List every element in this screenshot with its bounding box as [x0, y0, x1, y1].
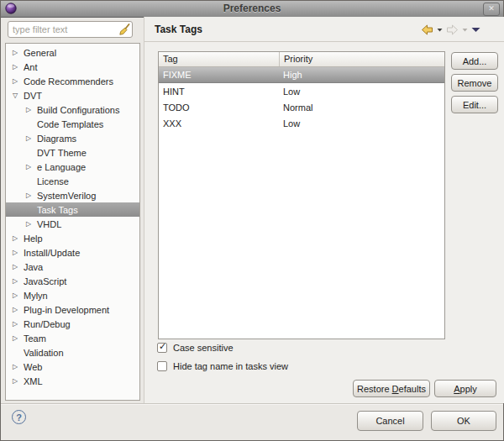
- filter-input[interactable]: [8, 21, 133, 38]
- tree-item-label: XML: [24, 376, 43, 386]
- checkbox-label: Case sensitive: [173, 343, 234, 353]
- tree-item-javascript[interactable]: ▷JavaScript: [6, 274, 139, 288]
- tree-item-code-templates[interactable]: Code Templates: [6, 117, 139, 131]
- expander-collapsed-icon[interactable]: ▷: [13, 45, 24, 60]
- expander-collapsed-icon[interactable]: ▷: [13, 260, 24, 274]
- tree-item-label: Diagrams: [37, 134, 76, 144]
- tree-item-vhdl[interactable]: ▷VHDL: [6, 217, 139, 231]
- remove-button[interactable]: Remove: [451, 74, 498, 92]
- checkmark-icon: ✓: [159, 341, 166, 352]
- cell-priority: Low: [279, 87, 444, 97]
- tree-item-run-debug[interactable]: ▷Run/Debug: [6, 317, 139, 331]
- tree-item-mylyn[interactable]: ▷Mylyn: [6, 288, 139, 302]
- expander-collapsed-icon[interactable]: ▷: [13, 274, 24, 288]
- forward-history-dropdown-icon[interactable]: [462, 28, 468, 32]
- case-sensitive-checkbox[interactable]: ✓: [157, 343, 167, 353]
- tree-item-diagrams[interactable]: ▷Diagrams: [6, 131, 139, 145]
- tree-item-label: DVT: [24, 91, 42, 101]
- tree-item-e-language[interactable]: ▷e Language: [6, 160, 139, 174]
- tree-item-web[interactable]: ▷Web: [6, 360, 139, 374]
- expander-collapsed-icon[interactable]: ▷: [13, 288, 24, 302]
- checkbox-row-hide-tag-name-in-tasks-view[interactable]: ✓Hide tag name in tasks view: [157, 360, 288, 372]
- expander-collapsed-icon[interactable]: ▷: [13, 331, 24, 345]
- tree-item-code-recommenders[interactable]: ▷Code Recommenders: [6, 74, 139, 88]
- filter-box: [8, 21, 133, 38]
- tree-item-label: Java: [24, 262, 43, 272]
- tree-item-java[interactable]: ▷Java: [6, 260, 139, 274]
- tree-item-install-update[interactable]: ▷Install/Update: [6, 245, 139, 260]
- tree-item-label: JavaScript: [24, 276, 66, 286]
- apply-button[interactable]: Apply: [434, 380, 496, 397]
- edit-button[interactable]: Edit...: [451, 96, 498, 113]
- tree-item-label: VHDL: [37, 219, 61, 229]
- tree-item-xml[interactable]: ▷XML: [6, 374, 139, 388]
- tree-item-label: DVT Theme: [37, 148, 87, 158]
- tree-item-task-tags[interactable]: Task Tags: [6, 202, 139, 217]
- tree-item-systemverilog[interactable]: ▷SystemVerilog: [6, 188, 139, 202]
- checkbox-row-case-sensitive[interactable]: ✓Case sensitive: [157, 342, 288, 354]
- expander-collapsed-icon[interactable]: ▷: [26, 102, 37, 117]
- tree-item-build-configurations[interactable]: ▷Build Configurations: [6, 102, 139, 117]
- back-arrow-icon[interactable]: [421, 24, 433, 35]
- checkbox-group: ✓Case sensitive✓Hide tag name in tasks v…: [157, 342, 288, 372]
- back-history-dropdown-icon[interactable]: [437, 28, 443, 32]
- task-tags-table-body: FIXMEHighHINTLowTODONormalXXXLow: [159, 67, 444, 131]
- expander-collapsed-icon[interactable]: ▷: [13, 231, 24, 245]
- forward-arrow-icon[interactable]: [446, 24, 459, 35]
- expander-expanded-icon[interactable]: ▽: [13, 88, 24, 102]
- expander-collapsed-icon[interactable]: ▷: [26, 188, 37, 202]
- clear-filter-icon[interactable]: [118, 24, 130, 35]
- tree-item-team[interactable]: ▷Team: [6, 331, 139, 345]
- expander-collapsed-icon[interactable]: ▷: [13, 60, 24, 74]
- expander-collapsed-icon[interactable]: ▷: [13, 317, 24, 331]
- tree-item-ant[interactable]: ▷Ant: [6, 60, 139, 74]
- tree-item-label: Code Templates: [37, 119, 103, 129]
- preferences-dialog: Preferences ✕ ▷General▷Ant▷Code Recommen…: [0, 0, 504, 441]
- help-button[interactable]: ?: [12, 410, 26, 424]
- tree-item-label: Ant: [24, 62, 38, 72]
- cell-tag: XXX: [159, 118, 279, 129]
- tree-item-label: Team: [24, 333, 46, 344]
- window-title: Preferences: [1, 3, 503, 14]
- expander-collapsed-icon[interactable]: ▷: [26, 160, 37, 174]
- tree-item-general[interactable]: ▷General: [6, 45, 139, 60]
- close-button[interactable]: ✕: [483, 3, 500, 16]
- tree-item-license[interactable]: License: [6, 174, 139, 188]
- expander-collapsed-icon[interactable]: ▷: [13, 74, 24, 88]
- preferences-tree: ▷General▷Ant▷Code Recommenders▽DVT▷Build…: [5, 43, 140, 401]
- table-row-hint[interactable]: HINTLow: [159, 83, 444, 99]
- tree-item-validation[interactable]: Validation: [6, 345, 139, 360]
- help-icon: ?: [16, 412, 22, 423]
- add-button[interactable]: Add...: [451, 52, 498, 70]
- checkbox-label: Hide tag name in tasks view: [173, 361, 288, 371]
- expander-collapsed-icon[interactable]: ▷: [13, 374, 24, 388]
- cancel-button[interactable]: Cancel: [357, 411, 423, 431]
- column-header-priority[interactable]: Priority: [279, 52, 444, 66]
- restore-defaults-button[interactable]: Restore Defaults: [353, 380, 430, 397]
- expander-collapsed-icon[interactable]: ▷: [13, 302, 24, 317]
- page-title: Task Tags: [155, 24, 202, 35]
- expander-collapsed-icon[interactable]: ▷: [13, 245, 24, 260]
- view-menu-icon[interactable]: [471, 27, 480, 33]
- tree-item-label: Install/Update: [24, 248, 80, 258]
- tree-item-dvt-theme[interactable]: DVT Theme: [6, 145, 139, 160]
- titlebar[interactable]: Preferences ✕: [1, 1, 503, 18]
- cell-priority: Low: [279, 118, 444, 129]
- table-row-todo[interactable]: TODONormal: [159, 99, 444, 115]
- table-row-xxx[interactable]: XXXLow: [159, 115, 444, 131]
- tree-item-label: Help: [24, 234, 43, 244]
- tree-item-dvt[interactable]: ▽DVT: [6, 88, 139, 102]
- column-header-tag[interactable]: Tag: [159, 52, 279, 66]
- panel-divider: [144, 17, 144, 403]
- table-row-fixme[interactable]: FIXMEHigh: [159, 67, 444, 83]
- task-tags-table: TagPriority FIXMEHighHINTLowTODONormalXX…: [158, 51, 445, 339]
- expander-collapsed-icon[interactable]: ▷: [13, 360, 24, 374]
- tree-item-help[interactable]: ▷Help: [6, 231, 139, 245]
- tree-item-plug-in-development[interactable]: ▷Plug-in Development: [6, 302, 139, 317]
- cell-tag: HINT: [159, 87, 279, 97]
- expander-collapsed-icon[interactable]: ▷: [26, 131, 37, 145]
- expander-collapsed-icon[interactable]: ▷: [26, 217, 37, 231]
- hide-tag-name-in-tasks-view-checkbox[interactable]: ✓: [157, 361, 167, 371]
- ok-button[interactable]: OK: [431, 411, 496, 431]
- history-nav: [421, 24, 498, 35]
